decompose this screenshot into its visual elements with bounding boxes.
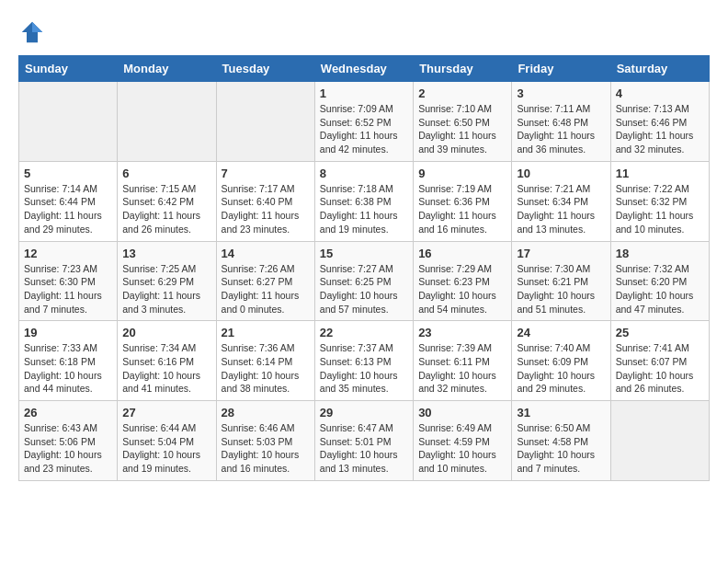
day-info: Sunrise: 7:11 AM Sunset: 6:48 PM Dayligh… <box>517 102 605 156</box>
day-info: Sunrise: 7:14 AM Sunset: 6:44 PM Dayligh… <box>24 182 112 236</box>
day-number: 20 <box>122 326 210 339</box>
day-info: Sunrise: 7:39 AM Sunset: 6:11 PM Dayligh… <box>418 341 506 396</box>
calendar-cell: 4Sunrise: 7:13 AM Sunset: 6:46 PM Daylig… <box>610 82 709 162</box>
day-header-thursday: Thursday <box>414 56 512 82</box>
calendar-cell: 11Sunrise: 7:22 AM Sunset: 6:32 PM Dayli… <box>610 161 709 241</box>
day-number: 13 <box>122 247 210 260</box>
calendar-cell: 21Sunrise: 7:36 AM Sunset: 6:14 PM Dayli… <box>216 321 314 401</box>
day-header-monday: Monday <box>118 56 216 82</box>
day-number: 31 <box>517 406 605 419</box>
day-info: Sunrise: 7:41 AM Sunset: 6:07 PM Dayligh… <box>616 341 704 396</box>
day-info: Sunrise: 6:46 AM Sunset: 5:03 PM Dayligh… <box>222 421 310 476</box>
day-number: 30 <box>418 406 506 419</box>
day-number: 7 <box>222 167 310 180</box>
day-number: 8 <box>320 167 408 180</box>
day-header-wednesday: Wednesday <box>314 56 413 82</box>
svg-marker-2 <box>32 22 42 32</box>
day-number: 29 <box>320 406 408 419</box>
day-number: 1 <box>320 86 408 100</box>
logo <box>18 18 48 46</box>
day-info: Sunrise: 7:15 AM Sunset: 6:42 PM Dayligh… <box>122 182 210 236</box>
calendar-cell <box>216 82 314 162</box>
calendar-cell: 22Sunrise: 7:37 AM Sunset: 6:13 PM Dayli… <box>314 321 413 401</box>
day-number: 26 <box>24 406 112 419</box>
calendar-cell: 3Sunrise: 7:11 AM Sunset: 6:48 PM Daylig… <box>512 82 610 162</box>
calendar-cell: 19Sunrise: 7:33 AM Sunset: 6:18 PM Dayli… <box>19 321 118 401</box>
calendar-cell: 1Sunrise: 7:09 AM Sunset: 6:52 PM Daylig… <box>314 82 413 162</box>
day-header-sunday: Sunday <box>19 56 118 82</box>
calendar-cell <box>19 82 118 162</box>
day-info: Sunrise: 7:27 AM Sunset: 6:25 PM Dayligh… <box>320 262 408 316</box>
day-number: 16 <box>418 247 506 260</box>
day-info: Sunrise: 7:33 AM Sunset: 6:18 PM Dayligh… <box>24 341 112 396</box>
day-header-tuesday: Tuesday <box>216 56 314 82</box>
day-info: Sunrise: 7:10 AM Sunset: 6:50 PM Dayligh… <box>418 102 506 156</box>
day-info: Sunrise: 6:50 AM Sunset: 4:58 PM Dayligh… <box>517 421 605 476</box>
calendar-cell: 29Sunrise: 6:47 AM Sunset: 5:01 PM Dayli… <box>314 401 413 481</box>
day-number: 10 <box>517 167 605 180</box>
day-info: Sunrise: 7:37 AM Sunset: 6:13 PM Dayligh… <box>320 341 408 396</box>
day-number: 2 <box>418 86 506 100</box>
day-info: Sunrise: 7:21 AM Sunset: 6:34 PM Dayligh… <box>517 182 605 236</box>
calendar-cell: 31Sunrise: 6:50 AM Sunset: 4:58 PM Dayli… <box>512 401 610 481</box>
day-info: Sunrise: 6:43 AM Sunset: 5:06 PM Dayligh… <box>24 421 112 476</box>
day-info: Sunrise: 7:36 AM Sunset: 6:14 PM Dayligh… <box>222 341 310 396</box>
day-number: 27 <box>122 406 210 419</box>
day-info: Sunrise: 6:47 AM Sunset: 5:01 PM Dayligh… <box>320 421 408 476</box>
calendar-cell: 6Sunrise: 7:15 AM Sunset: 6:42 PM Daylig… <box>118 161 216 241</box>
calendar-header-row: SundayMondayTuesdayWednesdayThursdayFrid… <box>19 56 710 82</box>
day-info: Sunrise: 7:26 AM Sunset: 6:27 PM Dayligh… <box>222 262 310 316</box>
day-number: 24 <box>517 326 605 339</box>
day-info: Sunrise: 7:29 AM Sunset: 6:23 PM Dayligh… <box>418 262 506 316</box>
day-number: 3 <box>517 86 605 100</box>
day-number: 25 <box>616 326 704 339</box>
calendar-cell <box>118 82 216 162</box>
day-number: 4 <box>616 86 704 100</box>
calendar-cell: 28Sunrise: 6:46 AM Sunset: 5:03 PM Dayli… <box>216 401 314 481</box>
day-info: Sunrise: 7:09 AM Sunset: 6:52 PM Dayligh… <box>320 102 408 156</box>
page-header <box>18 18 710 46</box>
calendar-cell: 27Sunrise: 6:44 AM Sunset: 5:04 PM Dayli… <box>118 401 216 481</box>
day-header-saturday: Saturday <box>610 56 709 82</box>
day-number: 9 <box>418 167 506 180</box>
day-number: 18 <box>616 247 704 260</box>
calendar-cell: 12Sunrise: 7:23 AM Sunset: 6:30 PM Dayli… <box>19 241 118 321</box>
calendar-cell: 14Sunrise: 7:26 AM Sunset: 6:27 PM Dayli… <box>216 241 314 321</box>
day-info: Sunrise: 7:23 AM Sunset: 6:30 PM Dayligh… <box>24 262 112 316</box>
calendar-cell: 16Sunrise: 7:29 AM Sunset: 6:23 PM Dayli… <box>414 241 512 321</box>
day-number: 28 <box>222 406 310 419</box>
calendar-cell: 23Sunrise: 7:39 AM Sunset: 6:11 PM Dayli… <box>414 321 512 401</box>
day-number: 19 <box>24 326 112 339</box>
calendar-week-row: 19Sunrise: 7:33 AM Sunset: 6:18 PM Dayli… <box>19 321 710 401</box>
calendar-cell: 30Sunrise: 6:49 AM Sunset: 4:59 PM Dayli… <box>414 401 512 481</box>
calendar-cell: 8Sunrise: 7:18 AM Sunset: 6:38 PM Daylig… <box>314 161 413 241</box>
day-info: Sunrise: 7:18 AM Sunset: 6:38 PM Dayligh… <box>320 182 408 236</box>
day-number: 11 <box>616 167 704 180</box>
calendar-cell: 9Sunrise: 7:19 AM Sunset: 6:36 PM Daylig… <box>414 161 512 241</box>
logo-icon <box>18 18 46 46</box>
day-number: 21 <box>222 326 310 339</box>
day-number: 22 <box>320 326 408 339</box>
day-number: 14 <box>222 247 310 260</box>
calendar-week-row: 5Sunrise: 7:14 AM Sunset: 6:44 PM Daylig… <box>19 161 710 241</box>
calendar-cell <box>610 401 709 481</box>
calendar-week-row: 26Sunrise: 6:43 AM Sunset: 5:06 PM Dayli… <box>19 401 710 481</box>
calendar-cell: 5Sunrise: 7:14 AM Sunset: 6:44 PM Daylig… <box>19 161 118 241</box>
calendar-cell: 26Sunrise: 6:43 AM Sunset: 5:06 PM Dayli… <box>19 401 118 481</box>
day-number: 12 <box>24 247 112 260</box>
calendar-cell: 7Sunrise: 7:17 AM Sunset: 6:40 PM Daylig… <box>216 161 314 241</box>
day-info: Sunrise: 7:22 AM Sunset: 6:32 PM Dayligh… <box>616 182 704 236</box>
calendar-table: SundayMondayTuesdayWednesdayThursdayFrid… <box>18 55 710 481</box>
calendar-cell: 2Sunrise: 7:10 AM Sunset: 6:50 PM Daylig… <box>414 82 512 162</box>
calendar-cell: 10Sunrise: 7:21 AM Sunset: 6:34 PM Dayli… <box>512 161 610 241</box>
day-header-friday: Friday <box>512 56 610 82</box>
calendar-cell: 17Sunrise: 7:30 AM Sunset: 6:21 PM Dayli… <box>512 241 610 321</box>
calendar-week-row: 12Sunrise: 7:23 AM Sunset: 6:30 PM Dayli… <box>19 241 710 321</box>
calendar-cell: 25Sunrise: 7:41 AM Sunset: 6:07 PM Dayli… <box>610 321 709 401</box>
day-info: Sunrise: 6:49 AM Sunset: 4:59 PM Dayligh… <box>418 421 506 476</box>
calendar-cell: 24Sunrise: 7:40 AM Sunset: 6:09 PM Dayli… <box>512 321 610 401</box>
day-info: Sunrise: 7:40 AM Sunset: 6:09 PM Dayligh… <box>517 341 605 396</box>
day-info: Sunrise: 7:25 AM Sunset: 6:29 PM Dayligh… <box>122 262 210 316</box>
calendar-cell: 15Sunrise: 7:27 AM Sunset: 6:25 PM Dayli… <box>314 241 413 321</box>
calendar-week-row: 1Sunrise: 7:09 AM Sunset: 6:52 PM Daylig… <box>19 82 710 162</box>
